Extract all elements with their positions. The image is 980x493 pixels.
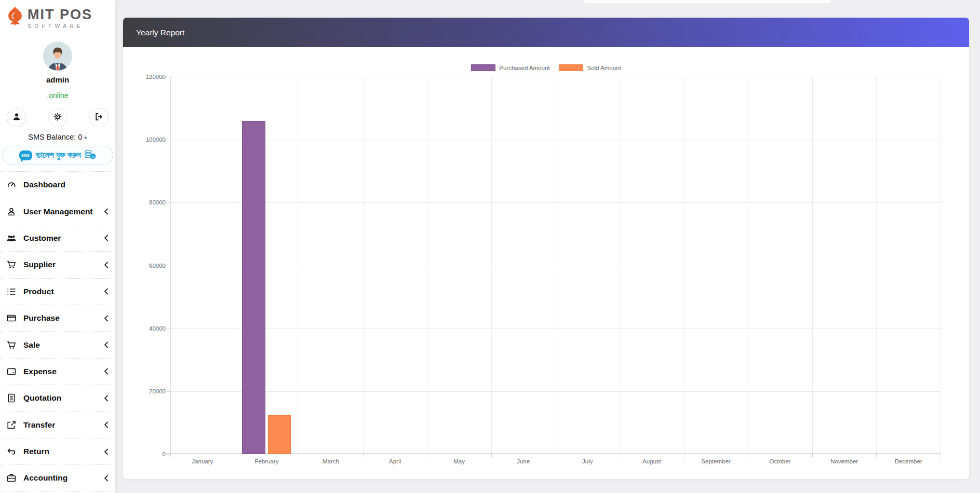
legend-label: Purchased Amount	[499, 65, 549, 71]
gridline-vertical	[491, 77, 492, 454]
wallet-icon	[7, 367, 16, 376]
y-axis-label: 40000	[149, 325, 166, 332]
gridline-vertical	[812, 77, 813, 454]
sidebar-item-label: Customer	[23, 234, 104, 243]
sms-banner-text: ব্যালেন্স যুক্ত করুন	[36, 151, 81, 159]
x-axis-label: July	[582, 458, 593, 464]
share-icon	[7, 420, 16, 430]
x-axis-tick	[299, 454, 299, 457]
chevron-left-icon	[104, 475, 109, 482]
profile-actions	[0, 108, 115, 127]
gridline-vertical	[235, 77, 235, 454]
chevron-left-icon	[104, 368, 109, 375]
chevron-left-icon	[104, 395, 109, 402]
gear-icon	[53, 113, 62, 123]
users-icon	[7, 234, 16, 243]
y-axis-label: 100000	[146, 136, 166, 143]
chevron-left-icon	[104, 341, 109, 348]
x-axis-label: August	[642, 458, 661, 464]
profile-username: admin	[0, 75, 115, 84]
logout-button[interactable]	[89, 108, 109, 127]
briefcase-icon	[7, 473, 16, 483]
x-axis-label: November	[830, 458, 858, 464]
sidebar-item-dashboard[interactable]: Dashboard	[0, 172, 115, 198]
legend-label: Sold Amount	[587, 65, 621, 71]
chevron-left-icon	[104, 262, 109, 268]
sidebar: MIT POS SOFTWARE admin .online SMS Balan…	[0, 0, 115, 493]
sidebar-item-user-management[interactable]: User Management	[0, 198, 115, 225]
x-axis-label: January	[192, 458, 213, 464]
x-axis-label: February	[254, 458, 278, 464]
x-axis-tick	[876, 454, 877, 457]
x-axis-tick	[941, 454, 941, 457]
x-axis-label: March	[323, 458, 339, 464]
x-axis-tick	[363, 454, 364, 457]
sidebar-item-return[interactable]: Return	[0, 439, 115, 465]
x-axis-label: June	[517, 458, 530, 464]
sidebar-item-accounting[interactable]: Accounting	[0, 465, 115, 491]
x-axis-tick	[684, 454, 684, 457]
chevron-left-icon	[104, 421, 109, 428]
y-axis-line	[170, 77, 171, 454]
sidebar-item-label: User Management	[23, 207, 104, 216]
legend-swatch	[471, 64, 495, 71]
x-axis-tick	[491, 454, 492, 457]
bar-sold-amount-february	[268, 415, 291, 454]
chart-legend: Purchased AmountSold Amount	[123, 64, 969, 71]
sidebar-item-label: Dashboard	[23, 180, 109, 189]
sidebar-item-quotation[interactable]: Quotation	[0, 385, 115, 412]
yearly-report-card: Yearly Report Purchased AmountSold Amoun…	[123, 18, 969, 479]
brand-logo: MIT POS SOFTWARE	[0, 0, 115, 30]
sidebar-item-label: Transfer	[23, 420, 104, 430]
sidebar-item-expense[interactable]: Expense	[0, 359, 115, 385]
dashboard-icon	[7, 180, 16, 189]
undo-icon	[7, 447, 16, 456]
chevron-left-icon	[104, 315, 109, 322]
x-axis-label: December	[895, 458, 922, 464]
sidebar-item-label: Purchase	[23, 313, 104, 323]
sidebar-item-product[interactable]: Product	[0, 279, 115, 305]
sms-balance-label: SMS Balance: 0 ৳	[0, 133, 115, 142]
gridline-vertical	[620, 77, 620, 454]
x-axis-label: October	[770, 458, 791, 464]
sidebar-item-supplier[interactable]: Supplier	[0, 252, 115, 278]
sidebar-item-label: Accounting	[23, 473, 104, 483]
gridline-vertical	[556, 77, 556, 454]
sidebar-item-transfer[interactable]: Transfer	[0, 412, 115, 439]
bar-purchased-amount-february	[242, 121, 265, 454]
user-icon	[7, 207, 16, 216]
x-axis-tick	[812, 454, 813, 457]
sidebar-item-customer[interactable]: Customer	[0, 225, 115, 252]
x-axis-tick	[235, 454, 235, 457]
sidebar-item-purchase[interactable]: Purchase	[0, 305, 115, 332]
sidebar-item-label: Sale	[23, 340, 104, 350]
sidebar-item-sale[interactable]: Sale	[0, 332, 115, 358]
yearly-report-header: Yearly Report	[123, 18, 969, 47]
legend-item-purchased-amount[interactable]: Purchased Amount	[471, 64, 549, 71]
add-sms-balance-button[interactable]: SMS ব্যালেন্স যুক্ত করুন ৳	[2, 146, 113, 165]
x-axis-tick	[427, 454, 427, 457]
sidebar-item-label: Quotation	[23, 393, 104, 403]
gridline-vertical	[363, 77, 364, 454]
settings-button[interactable]	[48, 108, 68, 127]
sidebar-menu: DashboardUser ManagementCustomerSupplier…	[0, 171, 115, 492]
profile-button[interactable]	[7, 108, 26, 127]
cart-icon	[7, 260, 16, 269]
gridline-vertical	[427, 77, 427, 454]
bar-chart: 020000400006000080000100000120000January…	[170, 77, 941, 454]
legend-item-sold-amount[interactable]: Sold Amount	[559, 64, 621, 71]
x-axis-label: September	[701, 458, 730, 464]
avatar	[43, 42, 72, 71]
legend-swatch	[559, 64, 583, 71]
svg-text:৳: ৳	[92, 154, 94, 158]
chevron-left-icon	[104, 288, 109, 295]
gridline-vertical	[941, 77, 941, 454]
chevron-left-icon	[104, 235, 109, 241]
coins-taka-icon: ৳	[84, 149, 96, 161]
y-axis-label: 60000	[149, 263, 166, 269]
page-title: Yearly Report	[136, 28, 184, 37]
brand-subtitle: SOFTWARE	[28, 23, 92, 29]
gridline-vertical	[299, 77, 299, 454]
x-axis-label: May	[453, 458, 465, 464]
sidebar-item-label: Product	[23, 287, 104, 296]
